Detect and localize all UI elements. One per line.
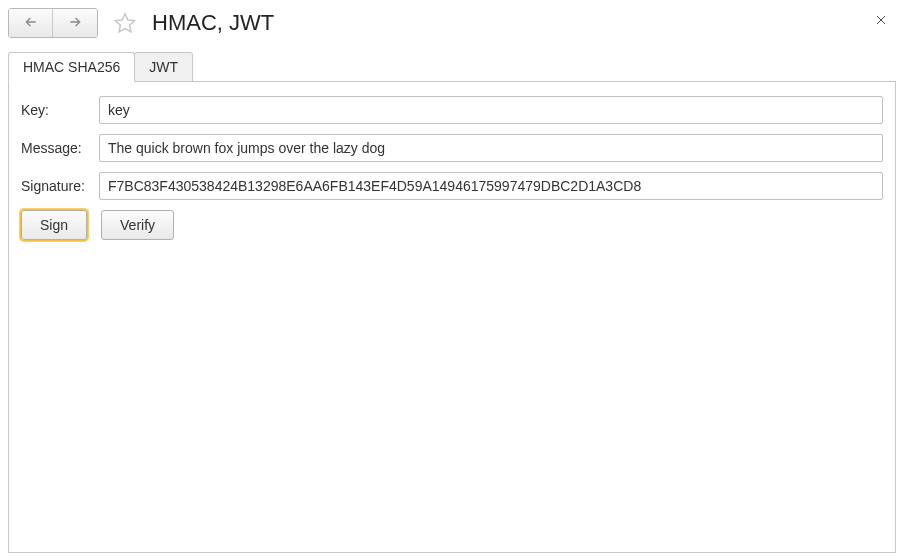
arrow-right-icon xyxy=(67,14,83,33)
star-icon[interactable] xyxy=(112,10,138,36)
nav-buttons xyxy=(8,8,98,38)
tab-jwt[interactable]: JWT xyxy=(134,52,193,82)
close-icon xyxy=(874,13,888,30)
key-input[interactable] xyxy=(99,96,883,124)
row-signature: Signature: xyxy=(21,172,883,200)
signature-label: Signature: xyxy=(21,178,99,194)
row-message: Message: xyxy=(21,134,883,162)
action-buttons: Sign Verify xyxy=(21,210,883,240)
tab-bar: HMAC SHA256 JWT xyxy=(8,52,896,82)
tab-hmac-sha256[interactable]: HMAC SHA256 xyxy=(8,52,135,82)
key-label: Key: xyxy=(21,102,99,118)
verify-button-label: Verify xyxy=(120,217,155,233)
row-key: Key: xyxy=(21,96,883,124)
sign-button-label: Sign xyxy=(40,217,68,233)
verify-button[interactable]: Verify xyxy=(101,210,174,240)
close-button[interactable] xyxy=(872,12,890,30)
page-title: HMAC, JWT xyxy=(152,10,274,36)
tabs-container: HMAC SHA256 JWT Key: Message: Signature:… xyxy=(8,52,896,553)
arrow-left-icon xyxy=(23,14,39,33)
back-button[interactable] xyxy=(9,9,53,37)
signature-input[interactable] xyxy=(99,172,883,200)
svg-marker-2 xyxy=(115,14,134,32)
tab-panel-hmac: Key: Message: Signature: Sign Verify xyxy=(8,81,896,553)
tab-label: JWT xyxy=(149,59,178,75)
message-label: Message: xyxy=(21,140,99,156)
header-bar: HMAC, JWT xyxy=(8,8,896,38)
tab-label: HMAC SHA256 xyxy=(23,59,120,75)
message-input[interactable] xyxy=(99,134,883,162)
forward-button[interactable] xyxy=(53,9,97,37)
sign-button[interactable]: Sign xyxy=(21,210,87,240)
